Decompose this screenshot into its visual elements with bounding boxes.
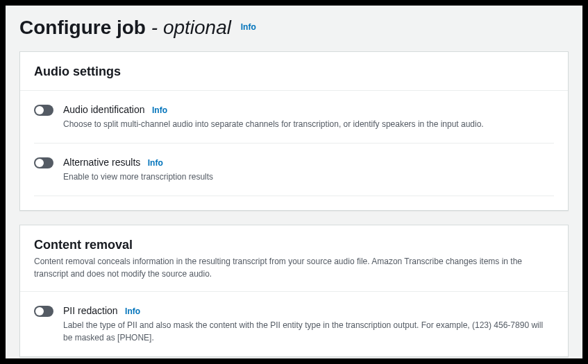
info-link-audio-identification[interactable]: Info (152, 105, 167, 115)
page-header: Configure job - optional Info (6, 6, 582, 51)
panel-title-audio: Audio settings (34, 64, 554, 79)
panel-audio-settings: Audio settings Audio identification Info… (19, 51, 569, 211)
setting-desc-audio-identification: Choose to split multi-channel audio into… (63, 118, 554, 130)
panel-header-audio: Audio settings (20, 52, 568, 90)
page-title: Configure job - optional (19, 17, 237, 38)
page-title-prefix: Configure job (19, 17, 146, 38)
panel-body-content-removal: PII redaction Info Label the type of PII… (20, 291, 568, 356)
panel-desc-content-removal: Content removal conceals information in … (34, 255, 554, 280)
info-link-alternative-results[interactable]: Info (148, 158, 163, 168)
setting-text: Alternative results Info Enable to view … (63, 156, 554, 183)
setting-label-audio-identification: Audio identification (63, 104, 145, 115)
info-link-pii-redaction[interactable]: Info (125, 306, 140, 316)
setting-alternative-results: Alternative results Info Enable to view … (34, 143, 554, 196)
panel-title-content-removal: Content removal (34, 238, 554, 252)
setting-text: Audio identification Info Choose to spli… (63, 103, 554, 130)
toggle-alternative-results[interactable] (34, 157, 53, 168)
setting-label-pii-redaction: PII redaction (63, 305, 118, 316)
panel-header-content-removal: Content removal Content removal conceals… (20, 225, 568, 291)
setting-label-alternative-results: Alternative results (63, 157, 140, 168)
panel-content-removal: Content removal Content removal conceals… (19, 225, 569, 357)
setting-desc-alternative-results: Enable to view more transcription result… (63, 171, 554, 183)
setting-audio-identification: Audio identification Info Choose to spli… (34, 91, 554, 143)
page-title-separator: - (146, 17, 163, 38)
setting-desc-pii-redaction: Label the type of PII and also mask the … (63, 319, 554, 344)
toggle-audio-identification[interactable] (34, 105, 53, 116)
page-title-suffix: optional (163, 17, 231, 38)
setting-text: PII redaction Info Label the type of PII… (63, 304, 554, 344)
page-frame: Configure job - optional Info Audio sett… (6, 6, 582, 358)
panel-body-audio: Audio identification Info Choose to spli… (20, 90, 568, 196)
page-info-link[interactable]: Info (241, 22, 256, 32)
setting-pii-redaction: PII redaction Info Label the type of PII… (34, 292, 554, 356)
toggle-pii-redaction[interactable] (34, 306, 53, 317)
